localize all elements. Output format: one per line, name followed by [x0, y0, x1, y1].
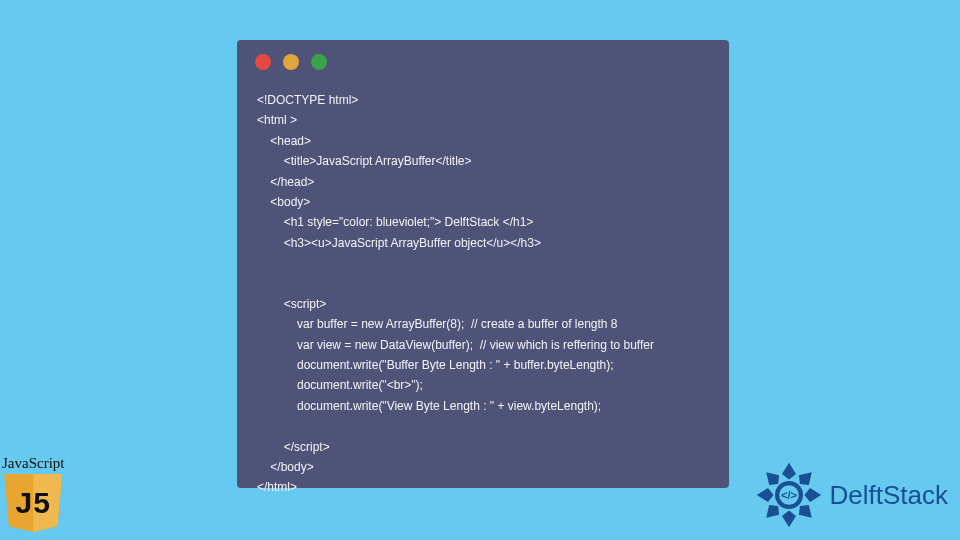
delftstack-logo: </> DelftStack [754, 460, 949, 530]
code-body: <!DOCTYPE html> <html > <head> <title>Ja… [237, 84, 729, 518]
javascript-badge: JavaScript J5 [2, 455, 64, 532]
delftstack-emblem-icon: </> [754, 460, 824, 530]
code-window: <!DOCTYPE html> <html > <head> <title>Ja… [237, 40, 729, 488]
svg-text:</>: </> [780, 489, 797, 501]
javascript-shield-text: J5 [16, 486, 51, 520]
javascript-label: JavaScript [2, 455, 64, 472]
close-icon[interactable] [255, 54, 271, 70]
javascript-shield-icon: J5 [4, 474, 62, 532]
minimize-icon[interactable] [283, 54, 299, 70]
delftstack-brand-text: DelftStack [830, 480, 949, 511]
maximize-icon[interactable] [311, 54, 327, 70]
window-titlebar [237, 40, 729, 84]
